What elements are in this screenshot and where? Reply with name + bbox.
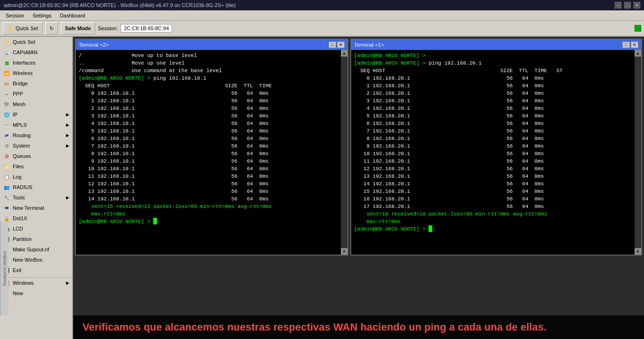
menu-bar: Session Settings Dashboard: [0, 10, 644, 21]
sidebar-item-dot1x[interactable]: 🔒 Dot1X: [0, 213, 72, 223]
terminal-2: Terminal <2> □ ✕ / Move up to base level…: [75, 39, 348, 256]
sidebar-item-mpls[interactable]: 〰 MPLS ▶: [0, 120, 72, 130]
term-line: sent=15 received=15 packet-loss=0% min-r…: [79, 203, 333, 210]
session-value: 2C:C8:1B:65:8C:94: [121, 24, 172, 33]
term-line: 3 192.168.20.1 56 64 0ms: [354, 97, 627, 105]
close-button[interactable]: ✕: [634, 2, 640, 8]
term-line: 15 192.168.20.1 56 64 0ms: [354, 188, 627, 195]
sidebar-item-new-terminal[interactable]: 💻 New Terminal: [0, 203, 72, 213]
files-icon: 📁: [3, 163, 10, 170]
ppp-icon: ↔: [3, 90, 10, 98]
term-line: 13 192.168.20.1 56 64 0ms: [354, 173, 627, 180]
main-layout: ⚡ Quick Set 📡 CAPsMAN ▦ Interfaces 📶 Wir…: [0, 37, 644, 339]
sidebar-item-mesh[interactable]: 🕸 Mesh: [0, 99, 72, 109]
menu-session[interactable]: Session: [2, 12, 28, 19]
sidebar-item-bridge[interactable]: ⋈ Bridge: [0, 78, 72, 89]
terminal-1-restore[interactable]: □: [622, 41, 630, 48]
sidebar-item-queues[interactable]: ☰ Queues: [0, 151, 72, 161]
content-area: Terminal <2> □ ✕ / Move up to base level…: [73, 37, 644, 339]
sidebar-item-routing[interactable]: ⇄ Routing ▶: [0, 130, 72, 141]
term-prompt[interactable]: [admin@RB ARCO NORTE] >: [354, 225, 627, 233]
sidebar-label-make-supout: Make Supout.rif: [13, 247, 49, 252]
terminal-1: Terminal <1> □ ✕ [admin@RB ARCO NORTE] >…: [350, 39, 642, 256]
term-prompt[interactable]: [admin@RB ARCO NORTE] >: [79, 218, 333, 225]
sidebar-label-exit: Exit: [13, 267, 21, 273]
safe-mode-button[interactable]: Safe Mode: [61, 22, 95, 34]
scroll-up-btn[interactable]: ▲: [635, 50, 641, 57]
log-icon: 📋: [3, 173, 10, 181]
sidebar-item-new-winbox[interactable]: 🖥 New WinBox: [0, 255, 72, 265]
terminal-1-scrollbar[interactable]: ▲ ▼: [635, 50, 641, 255]
sidebar-label-system: System: [13, 143, 30, 149]
term-line: 9 192.168.20.1 56 64 0ms: [354, 142, 627, 150]
terminal-1-close[interactable]: ✕: [631, 41, 638, 48]
term-line: max-rtt=0ms: [354, 218, 627, 225]
term-line: 10 192.168.10.1 56 64 0ms: [79, 165, 333, 173]
term-line: 1 192.168.20.1 56 64 0ms: [354, 82, 627, 90]
term-line: 14 192.168.10.1 56 64 0ms: [79, 195, 333, 203]
term-line: 3 192.168.10.1 56 64 0ms: [79, 112, 333, 120]
sidebar-item-files[interactable]: 📁 Files: [0, 161, 72, 172]
term-line: 16 192.168.20.1 56 64 0ms: [354, 195, 627, 203]
sidebar-item-interfaces[interactable]: ▦ Interfaces: [0, 58, 72, 68]
terminal-2-controls: □ ✕: [329, 41, 345, 48]
sidebar-item-capsman[interactable]: 📡 CAPsMAN: [0, 47, 72, 58]
menu-settings[interactable]: Settings: [29, 12, 55, 19]
annotation-bar: Verificamos que alcancemos nuestras resp…: [73, 315, 644, 339]
minimize-button[interactable]: ─: [615, 2, 621, 8]
sidebar-label-ppp: PPP: [13, 91, 23, 97]
sidebar-label-log: Log: [13, 174, 21, 180]
term-line: [admin@RB ARCO NORTE] > ping 192.168.20.…: [354, 59, 627, 67]
system-icon: ⚙: [3, 142, 10, 149]
sidebar-item-radius[interactable]: 👥 RADIUS: [0, 182, 72, 192]
terminal-1-body: [admin@RB ARCO NORTE] > [admin@RB ARCO N…: [351, 50, 635, 255]
term-line: 8 192.168.20.1 56 64 0ms: [354, 135, 627, 142]
terminal-1-title: Terminal <1>: [354, 42, 384, 48]
sidebar-item-ppp[interactable]: ↔ PPP: [0, 89, 72, 99]
scroll-up-btn[interactable]: ▲: [341, 50, 347, 57]
terminal-1-titlebar: Terminal <1> □ ✕: [351, 40, 641, 50]
quick-set-icon: ⚡: [3, 38, 10, 46]
terminal-2-scrollbar[interactable]: ▲ ▼: [341, 50, 347, 255]
sidebar: ⚡ Quick Set 📡 CAPsMAN ▦ Interfaces 📶 Wir…: [0, 37, 73, 339]
quick-set-button[interactable]: ⚡ Quick Set: [3, 22, 42, 34]
ip-arrow: ▶: [66, 112, 69, 117]
term-line: 4 192.168.10.1 56 64 0ms: [79, 120, 333, 127]
sidebar-item-new[interactable]: New: [0, 288, 72, 298]
sidebar-item-log[interactable]: 📋 Log: [0, 172, 72, 182]
term-line: 0 192.168.20.1 56 64 0ms: [354, 74, 627, 82]
term-line: SEQ HOST SIZE TTL TIME: [79, 82, 333, 90]
sidebar-item-tools[interactable]: 🔧 Tools ▶: [0, 192, 72, 203]
term-line: [admin@RB ARCO NORTE] > ping 192.168.10.…: [79, 74, 333, 82]
menu-dashboard[interactable]: Dashboard: [56, 12, 89, 19]
sidebar-item-quick-set[interactable]: ⚡ Quick Set: [0, 37, 72, 47]
terminal-2-close[interactable]: ✕: [337, 41, 345, 48]
sidebar-label-new: New: [13, 290, 23, 296]
sidebar-item-lcd[interactable]: 📺 LCD: [0, 223, 72, 234]
sidebar-label-radius: RADIUS: [13, 184, 33, 190]
term-line: 1 192.168.10.1 56 64 0ms: [79, 97, 333, 105]
sidebar-item-windows[interactable]: 🪟 Windows ▶: [0, 278, 72, 288]
sidebar-item-partition[interactable]: 💾 Partition: [0, 234, 72, 244]
sidebar-item-ip[interactable]: 🌐 IP ▶: [0, 109, 72, 120]
refresh-button[interactable]: ↻: [45, 22, 58, 34]
sidebar-item-exit[interactable]: ⬛ Exit: [0, 265, 72, 275]
term-line: 2 192.168.20.1 56 64 0ms: [354, 90, 627, 97]
scroll-down-btn[interactable]: ▼: [341, 248, 347, 255]
terminal-2-restore[interactable]: □: [329, 41, 336, 48]
term-line: 2 192.168.10.1 56 64 0ms: [79, 105, 333, 112]
wireless-icon: 📶: [3, 69, 10, 77]
sidebar-item-make-supout[interactable]: 📄 Make Supout.rif: [0, 244, 72, 255]
sidebar-item-wireless[interactable]: 📶 Wireless: [0, 68, 72, 78]
term-line: 10 192.168.20.1 56 64 0ms: [354, 150, 627, 157]
terminal-1-controls: □ ✕: [622, 41, 638, 48]
sidebar-item-system[interactable]: ⚙ System ▶: [0, 141, 72, 151]
new-terminal-icon: 💻: [3, 204, 10, 212]
term-line: /command Use command at the base level: [79, 67, 333, 74]
terminal-2-body: / Move up to base level .. Move up one l…: [76, 50, 341, 255]
maximize-button[interactable]: □: [624, 2, 631, 8]
term-line: .. Move up one level: [79, 59, 333, 67]
sidebar-label-new-terminal: New Terminal: [13, 205, 44, 211]
refresh-icon: ↻: [50, 25, 54, 32]
scroll-down-btn[interactable]: ▼: [635, 248, 641, 255]
